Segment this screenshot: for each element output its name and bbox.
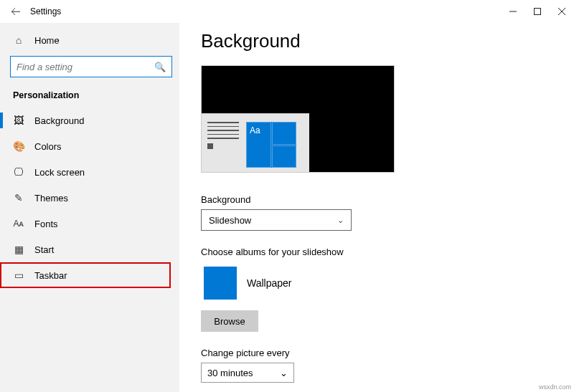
sidebar-item-label: Lock screen xyxy=(34,167,85,178)
home-label: Home xyxy=(34,35,60,46)
sidebar-item-label: Start xyxy=(34,244,54,255)
home-nav[interactable]: ⌂ Home xyxy=(0,27,179,53)
preview-text-lines xyxy=(207,122,242,168)
background-select[interactable]: Slideshow ⌄ xyxy=(201,209,352,231)
change-picture-label: Change picture every xyxy=(201,348,552,358)
close-button[interactable] xyxy=(550,0,574,23)
palette-icon: 🎨 xyxy=(13,140,24,152)
preview-tile-aa: Aa xyxy=(246,122,271,168)
watermark: wsxdn.com xyxy=(539,383,571,391)
sidebar-item-label: Fonts xyxy=(34,219,58,229)
lock-icon: 🖵 xyxy=(13,166,24,178)
picture-icon: 🖼 xyxy=(13,115,24,126)
album-thumbnail xyxy=(204,267,237,300)
sidebar-item-label: Background xyxy=(34,115,84,126)
svg-rect-1 xyxy=(535,9,541,15)
sidebar-item-colors[interactable]: 🎨 Colors xyxy=(0,133,179,159)
sidebar-item-fonts[interactable]: Aᴀ Fonts xyxy=(0,211,179,236)
maximize-button[interactable] xyxy=(525,0,550,23)
section-header: Personalization xyxy=(0,85,179,107)
sidebar-item-label: Colors xyxy=(34,141,62,152)
album-name: Wallpaper xyxy=(247,277,292,289)
sidebar-item-start[interactable]: ▦ Start xyxy=(0,236,179,262)
albums-label: Choose albums for your slideshow xyxy=(201,247,552,257)
preview-window: Aa xyxy=(202,113,309,172)
minimize-button[interactable] xyxy=(501,0,525,23)
background-field-label: Background xyxy=(201,194,552,205)
back-button[interactable]: 🡠 xyxy=(6,6,26,17)
font-icon: Aᴀ xyxy=(13,218,24,229)
start-icon: ▦ xyxy=(13,244,24,255)
titlebar: 🡠 Settings xyxy=(0,0,574,23)
taskbar-icon: ▭ xyxy=(13,269,24,281)
sidebar-item-themes[interactable]: ✎ Themes xyxy=(0,185,179,211)
window-title: Settings xyxy=(30,6,61,16)
chevron-down-icon: ⌄ xyxy=(280,368,288,378)
main-content: Background Aa Background Slideshow ⌄ Cho… xyxy=(179,23,574,392)
brush-icon: ✎ xyxy=(13,192,24,204)
sidebar-item-taskbar[interactable]: ▭ Taskbar xyxy=(0,262,171,288)
change-interval-select[interactable]: 30 minutes ⌄ xyxy=(201,363,294,383)
search-box[interactable]: 🔍 xyxy=(10,56,172,77)
home-icon: ⌂ xyxy=(13,34,24,46)
sidebar-item-label: Themes xyxy=(34,193,68,204)
sidebar: ⌂ Home 🔍 Personalization 🖼 Background 🎨 … xyxy=(0,23,179,392)
search-input[interactable] xyxy=(17,62,154,72)
sidebar-item-background[interactable]: 🖼 Background xyxy=(0,107,179,133)
sidebar-item-lock-screen[interactable]: 🖵 Lock screen xyxy=(0,159,179,185)
chevron-down-icon: ⌄ xyxy=(337,216,344,225)
preview-tiles: Aa xyxy=(246,122,296,168)
page-title: Background xyxy=(201,30,552,52)
search-icon: 🔍 xyxy=(154,62,166,72)
background-selected-value: Slideshow xyxy=(209,215,251,226)
sidebar-item-label: Taskbar xyxy=(34,270,67,281)
browse-button[interactable]: Browse xyxy=(201,310,258,332)
change-interval-value: 30 minutes xyxy=(207,368,253,378)
back-arrow-icon: 🡠 xyxy=(11,6,21,17)
window-controls xyxy=(501,0,574,23)
desktop-preview: Aa xyxy=(201,65,395,173)
album-row[interactable]: Wallpaper xyxy=(201,262,459,305)
